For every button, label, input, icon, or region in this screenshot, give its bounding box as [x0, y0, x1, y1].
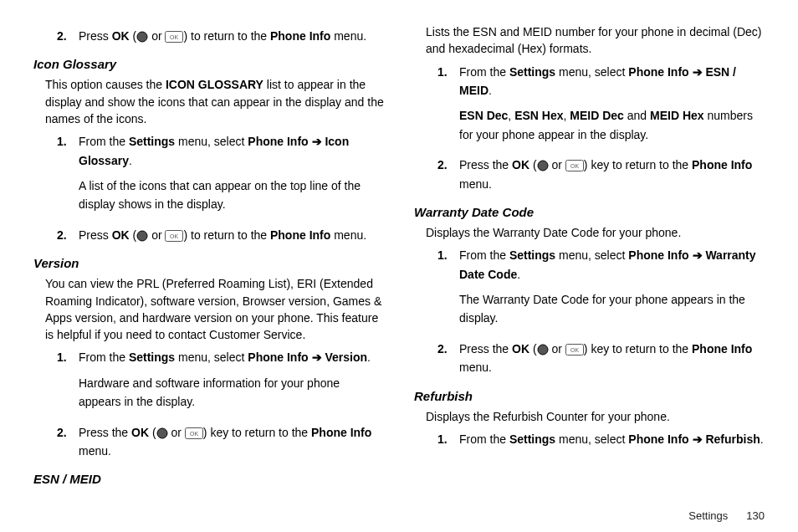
text: or: [168, 426, 185, 439]
svg-text:OK: OK: [190, 431, 198, 437]
text: (: [149, 426, 156, 439]
text: ) key to return to the: [584, 342, 692, 356]
text: ) to return to the: [183, 228, 270, 242]
text: .: [517, 268, 520, 281]
text: Phone Info: [628, 65, 688, 79]
text: menu.: [330, 228, 366, 242]
text: This option causes the: [45, 78, 166, 91]
round-button-icon: [136, 230, 148, 242]
step-item: 2. Press the OK ( or OK) key to return t…: [414, 156, 765, 193]
round-button-icon: [537, 160, 549, 171]
text: Settings: [129, 135, 175, 148]
text: Phone Info: [692, 158, 752, 171]
step-list: 1. From the Settings menu, select Phone …: [414, 246, 765, 376]
text: Phone Info: [270, 228, 330, 242]
step-item: 1. From the Settings menu, select Phone …: [414, 63, 765, 145]
manual-page: 2. Press OK ( or OK) to return to the Ph…: [0, 0, 798, 532]
subheading-refurbish: Refurbish: [414, 389, 765, 403]
text: From the: [459, 248, 509, 262]
step-list: 1. From the Settings menu, select Phone …: [414, 430, 765, 448]
step-extra: ESN Dec, ESN Hex, MEID Dec and MEID Hex …: [459, 106, 765, 144]
text: or: [148, 29, 165, 43]
text: menu, select: [555, 432, 628, 446]
svg-text:OK: OK: [570, 347, 579, 353]
two-column-layout: 2. Press OK ( or OK) to return to the Ph…: [33, 23, 765, 488]
paragraph: Displays the Warranty Date Code for your…: [426, 224, 765, 241]
text: menu, select: [555, 65, 628, 79]
step-item: 2. Press OK ( or OK) to return to the Ph…: [33, 27, 384, 45]
arrow-icon: ➔: [309, 350, 325, 364]
text: menu, select: [175, 135, 248, 148]
step-item: 2. Press the OK ( or OK) key to return t…: [414, 340, 765, 377]
text: menu, select: [555, 248, 628, 262]
footer-page-number: 130: [746, 509, 765, 522]
text: Phone Info: [311, 426, 371, 439]
step-number: 1.: [57, 348, 67, 366]
step-number: 2.: [57, 226, 67, 244]
text: Version: [325, 350, 367, 364]
svg-text:OK: OK: [170, 233, 178, 239]
text: From the: [79, 350, 129, 364]
step-number: 2.: [437, 156, 448, 174]
text: .: [489, 84, 492, 97]
text: Phone Info: [248, 350, 308, 364]
svg-point-0: [137, 32, 147, 42]
text: Press the: [79, 426, 131, 439]
ok-key-icon: OK: [165, 31, 183, 43]
text: Settings: [509, 432, 555, 446]
svg-point-3: [137, 231, 147, 241]
text: (: [130, 29, 137, 43]
paragraph: You can view the PRL (Preferred Roaming …: [45, 275, 384, 343]
step-list: 1. From the Settings menu, select Phone …: [33, 348, 384, 460]
text: ,: [508, 109, 514, 122]
text: (: [529, 158, 537, 171]
step-item: 2. Press the OK ( or OK) key to return t…: [33, 423, 384, 461]
step-number: 1.: [437, 430, 448, 448]
step-list: 1. From the Settings menu, select Phone …: [414, 63, 765, 193]
subheading-esn-meid: ESN / MEID: [33, 472, 384, 486]
text: or: [549, 158, 565, 171]
text: .: [760, 432, 764, 446]
text: menu.: [330, 29, 366, 43]
ok-key-icon: OK: [165, 230, 183, 242]
text: ) to return to the: [183, 29, 270, 43]
text: (: [130, 228, 137, 242]
paragraph: Displays the Refurbish Counter for your …: [426, 408, 765, 425]
step-number: 2.: [57, 27, 67, 45]
text: OK: [112, 228, 130, 242]
text: or: [549, 342, 565, 356]
text: menu.: [79, 444, 111, 458]
step-item: 1. From the Settings menu, select Phone …: [33, 132, 384, 214]
step-number: 2.: [57, 423, 67, 442]
text: MEID Dec: [570, 109, 624, 122]
text: Press: [79, 228, 112, 242]
text: Settings: [509, 65, 555, 79]
ok-key-icon: OK: [565, 344, 584, 356]
text: From the: [459, 432, 509, 446]
step-number: 1.: [57, 132, 67, 151]
ok-key-icon: OK: [565, 160, 584, 171]
step-number: 1.: [437, 246, 448, 264]
text: Settings: [129, 350, 175, 364]
text: ESN Dec: [459, 109, 508, 122]
ok-key-icon: OK: [185, 427, 203, 439]
round-button-icon: [156, 427, 168, 439]
text: Press: [79, 29, 112, 43]
step-list: 2. Press OK ( or OK) to return to the Ph…: [33, 27, 384, 45]
step-list: 1. From the Settings menu, select Phone …: [33, 132, 384, 244]
step-item: 2. Press OK ( or OK) to return to the Ph…: [33, 226, 384, 244]
text: Phone Info: [628, 432, 688, 446]
text: .: [367, 350, 371, 364]
arrow-icon: ➔: [689, 248, 706, 262]
text: From the: [459, 65, 509, 79]
svg-point-9: [538, 161, 548, 171]
text: ) key to return to the: [203, 426, 311, 439]
paragraph: Lists the ESN and MEID number for your p…: [426, 23, 765, 58]
text: Phone Info: [270, 29, 330, 43]
svg-point-6: [157, 428, 167, 438]
text: menu.: [459, 361, 492, 374]
text: OK: [512, 342, 529, 356]
text: ) key to return to the: [584, 158, 692, 171]
text: Phone Info: [692, 342, 752, 356]
text: Settings: [509, 248, 555, 262]
